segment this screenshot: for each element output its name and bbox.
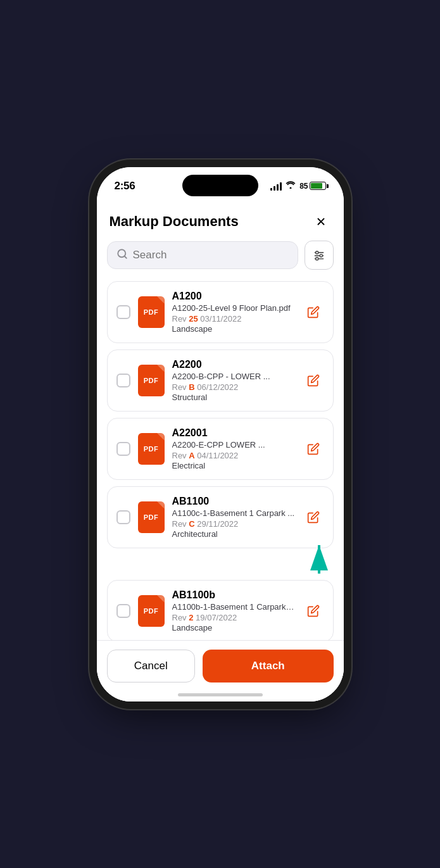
battery-box: 85 xyxy=(299,182,325,191)
battery-fill xyxy=(311,183,323,189)
document-list: PDF A1200 A1200-25-Level 9 Floor Plan.pd… xyxy=(97,279,344,640)
battery-percent: 85 xyxy=(299,182,308,191)
search-input[interactable] xyxy=(133,249,289,261)
doc-filename-ab1100b: A1100b-1-Basement 1 Carpark ... xyxy=(172,602,295,612)
document-item-a2200[interactable]: PDF A2200 A2200-B-CPP - LOWER ... Rev B … xyxy=(107,349,334,412)
doc-info-a2200: A2200 A2200-B-CPP - LOWER ... Rev B 06/1… xyxy=(172,359,295,402)
doc-info-a1200: A1200 A1200-25-Level 9 Floor Plan.pdf Re… xyxy=(172,291,295,334)
doc-title-a1200: A1200 xyxy=(172,291,295,302)
wifi-icon xyxy=(286,181,296,191)
doc-category-ab1100: Architectural xyxy=(172,529,295,539)
doc-info-ab1100: AB1100 A1100c-1-Basement 1 Carpark ... R… xyxy=(172,496,295,539)
doc-meta-a1200: Rev 25 03/11/2022 xyxy=(172,314,295,324)
edit-button-a1200[interactable] xyxy=(303,301,324,323)
doc-filename-a2200: A2200-B-CPP - LOWER ... xyxy=(172,372,295,381)
search-container[interactable] xyxy=(107,241,298,269)
pdf-icon-ab1100b: PDF xyxy=(138,595,165,627)
dynamic-island xyxy=(182,175,258,196)
phone-shell: 2:56 85 xyxy=(97,167,344,701)
checkbox-a1200[interactable] xyxy=(116,305,130,319)
doc-category-a1200: Landscape xyxy=(172,324,295,334)
filter-button[interactable] xyxy=(305,241,334,270)
pdf-icon-a22001: PDF xyxy=(138,433,165,465)
edit-button-ab1100b[interactable] xyxy=(303,600,324,622)
svg-point-7 xyxy=(315,251,318,253)
pdf-icon-a1200: PDF xyxy=(138,296,165,328)
doc-filename-a22001: A2200-E-CPP LOWER ... xyxy=(172,440,295,450)
pdf-icon-a2200: PDF xyxy=(138,365,165,396)
attach-button[interactable]: Attach xyxy=(203,650,333,682)
checkbox-a2200[interactable] xyxy=(116,374,130,387)
bottom-actions: Cancel Attach xyxy=(97,640,344,701)
status-time: 2:56 xyxy=(115,180,135,192)
doc-meta-a2200: Rev B 06/12/2022 xyxy=(172,382,295,392)
svg-point-8 xyxy=(320,254,322,256)
doc-filename-ab1100: A1100c-1-Basement 1 Carpark ... xyxy=(172,508,295,518)
battery-icon xyxy=(310,182,326,190)
checkbox-ab1100b[interactable] xyxy=(116,604,130,618)
doc-title-ab1100: AB1100 xyxy=(172,496,295,507)
svg-point-9 xyxy=(315,257,318,260)
doc-item-wrapper-ab1100: PDF AB1100 A1100c-1-Basement 1 Carpark .… xyxy=(107,486,334,548)
doc-meta-ab1100: Rev C 29/11/2022 xyxy=(172,519,295,529)
cancel-button[interactable]: Cancel xyxy=(107,650,196,682)
doc-title-ab1100b: AB1100b xyxy=(172,589,295,601)
doc-info-a22001: A22001 A2200-E-CPP LOWER ... Rev A 04/11… xyxy=(172,427,295,470)
doc-info-ab1100b: AB1100b A1100b-1-Basement 1 Carpark ... … xyxy=(172,589,295,632)
close-button[interactable] xyxy=(311,211,331,232)
edit-button-a2200[interactable] xyxy=(303,370,324,391)
svg-line-3 xyxy=(124,256,126,258)
checkbox-a22001[interactable] xyxy=(116,442,130,456)
search-row xyxy=(97,241,344,279)
search-icon xyxy=(116,248,128,262)
document-item-ab1100b[interactable]: PDF AB1100b A1100b-1-Basement 1 Carpark … xyxy=(107,580,334,640)
doc-filename-a1200: A1200-25-Level 9 Floor Plan.pdf xyxy=(172,303,295,313)
pdf-icon-ab1100: PDF xyxy=(138,501,165,533)
doc-category-a22001: Electrical xyxy=(172,461,295,470)
doc-title-a22001: A22001 xyxy=(172,427,295,439)
document-item-a1200[interactable]: PDF A1200 A1200-25-Level 9 Floor Plan.pd… xyxy=(107,281,334,343)
doc-category-a2200: Structural xyxy=(172,393,295,402)
edit-button-ab1100[interactable] xyxy=(303,506,324,528)
document-item-a22001[interactable]: PDF A22001 A2200-E-CPP LOWER ... Rev A 0… xyxy=(107,418,334,480)
checkbox-ab1100[interactable] xyxy=(116,510,130,524)
modal-title: Markup Documents xyxy=(110,213,239,230)
doc-category-ab1100b: Landscape xyxy=(172,623,295,632)
doc-meta-a22001: Rev A 04/11/2022 xyxy=(172,451,295,460)
edit-button-a22001[interactable] xyxy=(303,438,324,460)
status-icons: 85 xyxy=(270,181,325,191)
home-indicator xyxy=(178,693,263,696)
doc-meta-ab1100b: Rev 2 19/07/2022 xyxy=(172,613,295,622)
screen-content: Markup Documents xyxy=(97,199,344,701)
signal-bars-icon xyxy=(270,182,282,191)
doc-title-a2200: A2200 xyxy=(172,359,295,370)
modal-header: Markup Documents xyxy=(97,199,344,241)
document-item-ab1100[interactable]: PDF AB1100 A1100c-1-Basement 1 Carpark .… xyxy=(107,486,334,548)
